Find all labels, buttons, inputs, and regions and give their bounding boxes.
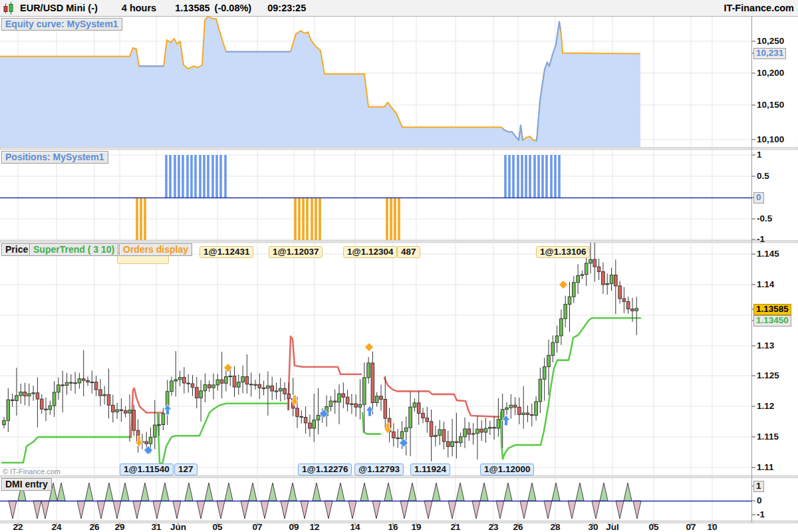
x-axis-tick-label: 05 xyxy=(648,523,658,532)
supertrend-indicator-label[interactable]: SuperTrend ( 3 10) xyxy=(29,243,118,256)
dmi-axis-label: 0 xyxy=(757,496,762,505)
price-axis-label: 1.13 xyxy=(757,341,774,350)
order-badge-entry[interactable]: 1@1.12037 xyxy=(269,246,323,258)
price-axis-label: 1.14 xyxy=(757,280,774,289)
x-axis-tick-label: Jul xyxy=(606,523,619,532)
x-axis-tick-label: 19 xyxy=(411,523,421,532)
price-axis-label: 1.115 xyxy=(757,432,779,442)
x-axis-tick-label: 12 xyxy=(309,523,319,532)
positions-axis-label: 1 xyxy=(757,150,762,160)
order-badge-entry[interactable]: 1@1.13106 xyxy=(536,246,590,258)
order-badge-entry[interactable]: 1@1.12304 xyxy=(343,246,397,258)
trading-app-screen: EUR/USD Mini (-) 4 hours 1.13585 (-0.08%… xyxy=(0,0,798,532)
x-axis-tick-label: 22 xyxy=(13,523,23,532)
x-axis-tick-label: 14 xyxy=(350,523,360,532)
order-badge-stop[interactable]: 1@1.12000 xyxy=(480,464,534,475)
equity-current-value-badge: 10,231 xyxy=(753,48,786,59)
x-axis-tick-label: 07 xyxy=(252,523,262,532)
order-badge-stop[interactable]: 1@1.12276 xyxy=(298,464,352,475)
x-axis-tick-label: 23 xyxy=(488,523,498,532)
chart-canvas[interactable] xyxy=(0,0,798,532)
x-axis-tick-label: 26 xyxy=(513,523,523,532)
price-panel-title[interactable]: Price xyxy=(1,243,32,256)
positions-panel-title[interactable]: Positions: MySystem1 xyxy=(1,151,108,164)
x-axis-tick-label: 07 xyxy=(686,523,696,532)
order-badge-stop[interactable]: @1.12793 xyxy=(354,464,404,475)
equity-axis-label: 10,150 xyxy=(757,100,784,110)
price-axis-label: 1.125 xyxy=(757,371,779,380)
equity-axis-label: 10,250 xyxy=(757,37,784,46)
x-axis-tick-label: 31 xyxy=(151,523,161,532)
x-axis-tick-label: 21 xyxy=(450,523,460,532)
positions-axis-label: 0.5 xyxy=(757,172,769,181)
order-badge-stop[interactable]: 127 xyxy=(174,464,198,475)
x-axis-tick-label: 05 xyxy=(212,523,222,532)
x-axis-tick-label: 28 xyxy=(550,523,560,532)
x-axis-tick-label: 24 xyxy=(51,523,61,532)
orders-display-label[interactable]: Orders display xyxy=(119,243,192,256)
x-axis-tick-label: Jun xyxy=(170,523,186,532)
equity-panel-title[interactable]: Equity curve: MySystem1 xyxy=(1,18,122,31)
watermark: © IT-Finance.com xyxy=(3,467,61,475)
x-axis-tick-label: 16 xyxy=(388,523,398,532)
price-axis-label: 1.145 xyxy=(757,249,779,259)
dmi-current-value-badge: 1 xyxy=(753,481,764,492)
x-axis-tick-label: 30 xyxy=(588,523,598,532)
dmi-axis-label: -1 xyxy=(757,510,765,519)
order-badge-stop[interactable]: 1.11924 xyxy=(410,464,450,475)
x-axis-tick-label: 10 xyxy=(707,523,717,532)
price-axis-label: 1.11 xyxy=(757,463,774,472)
supertrend-value-badge: 1.13450 xyxy=(753,315,791,327)
order-badge-stop[interactable]: 1@1.11540 xyxy=(120,464,174,475)
price-axis-label: 1.12 xyxy=(757,402,774,411)
positions-current-value-badge: 0 xyxy=(753,192,764,203)
x-axis-tick-label: 29 xyxy=(114,523,124,532)
order-badge-entry[interactable]: 487 xyxy=(397,246,420,258)
x-axis-tick-label: 09 xyxy=(289,523,299,532)
positions-axis-label: -0.5 xyxy=(757,214,772,223)
equity-axis-label: 10,100 xyxy=(757,135,784,144)
equity-axis-label: 10,200 xyxy=(757,68,784,78)
last-price-badge: 1.13585 xyxy=(753,304,791,315)
x-axis-tick-label: 26 xyxy=(89,523,99,532)
dmi-panel-title[interactable]: DMI entry xyxy=(1,478,52,491)
order-badge-entry[interactable]: 1@1.12431 xyxy=(200,246,253,258)
positions-axis-label: -1 xyxy=(757,235,765,244)
